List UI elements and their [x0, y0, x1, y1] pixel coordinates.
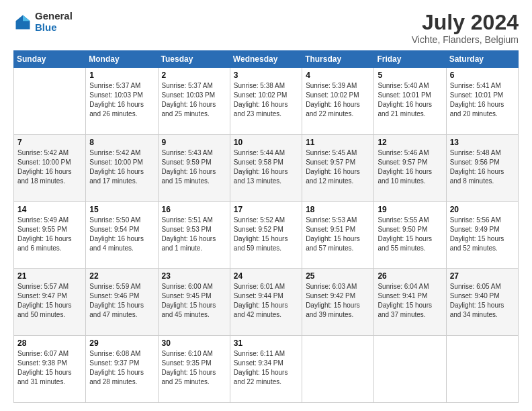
day-number: 30 — [162, 338, 226, 348]
day-info: Sunrise: 5:56 AMSunset: 9:49 PMDaylight:… — [450, 216, 515, 253]
page: General Blue July 2024 Vichte, Flanders,… — [0, 0, 532, 411]
day-info: Sunrise: 5:55 AMSunset: 9:50 PMDaylight:… — [378, 216, 442, 253]
calendar-cell: 12Sunrise: 5:46 AMSunset: 9:57 PMDayligh… — [374, 134, 446, 201]
day-number: 12 — [378, 138, 442, 147]
day-info: Sunrise: 5:46 AMSunset: 9:57 PMDaylight:… — [378, 148, 442, 186]
calendar-cell — [302, 336, 374, 403]
day-number: 14 — [17, 205, 82, 214]
header: General Blue July 2024 Vichte, Flanders,… — [13, 11, 519, 45]
day-number: 5 — [378, 71, 442, 80]
day-number: 19 — [378, 205, 442, 214]
day-number: 23 — [162, 271, 226, 281]
calendar-cell: 2Sunrise: 5:37 AMSunset: 10:03 PMDayligh… — [158, 68, 230, 135]
calendar-cell: 19Sunrise: 5:55 AMSunset: 9:50 PMDayligh… — [374, 201, 446, 269]
calendar-cell: 30Sunrise: 6:10 AMSunset: 9:35 PMDayligh… — [158, 336, 230, 403]
calendar-cell: 21Sunrise: 5:57 AMSunset: 9:47 PMDayligh… — [14, 269, 86, 336]
day-header: Thursday — [302, 51, 374, 68]
day-info: Sunrise: 5:39 AMSunset: 10:02 PMDaylight… — [306, 81, 370, 119]
day-header: Wednesday — [230, 51, 302, 68]
calendar-cell: 20Sunrise: 5:56 AMSunset: 9:49 PMDayligh… — [446, 201, 518, 269]
day-info: Sunrise: 6:11 AMSunset: 9:34 PMDaylight:… — [234, 349, 298, 387]
header-row: SundayMondayTuesdayWednesdayThursdayFrid… — [14, 51, 519, 68]
day-number: 7 — [17, 138, 82, 147]
logo-icon — [13, 13, 32, 32]
day-info: Sunrise: 5:53 AMSunset: 9:51 PMDaylight:… — [306, 216, 370, 253]
day-number: 16 — [162, 205, 226, 214]
logo-general: General — [35, 11, 73, 22]
day-number: 20 — [450, 205, 515, 214]
calendar-cell: 28Sunrise: 6:07 AMSunset: 9:38 PMDayligh… — [14, 336, 86, 403]
day-number: 29 — [89, 338, 154, 348]
calendar-table: SundayMondayTuesdayWednesdayThursdayFrid… — [13, 50, 519, 403]
calendar-cell: 25Sunrise: 6:03 AMSunset: 9:42 PMDayligh… — [302, 269, 374, 336]
day-info: Sunrise: 5:38 AMSunset: 10:02 PMDaylight… — [234, 81, 298, 119]
calendar-cell: 26Sunrise: 6:04 AMSunset: 9:41 PMDayligh… — [374, 269, 446, 336]
day-number: 25 — [306, 271, 370, 281]
calendar-week: 14Sunrise: 5:49 AMSunset: 9:55 PMDayligh… — [14, 201, 519, 269]
day-number: 27 — [450, 271, 515, 281]
day-info: Sunrise: 5:51 AMSunset: 9:53 PMDaylight:… — [162, 216, 226, 253]
day-info: Sunrise: 6:03 AMSunset: 9:42 PMDaylight:… — [306, 282, 370, 320]
calendar-cell: 16Sunrise: 5:51 AMSunset: 9:53 PMDayligh… — [158, 201, 230, 269]
calendar-week: 28Sunrise: 6:07 AMSunset: 9:38 PMDayligh… — [14, 336, 519, 403]
calendar-cell: 10Sunrise: 5:44 AMSunset: 9:58 PMDayligh… — [230, 134, 302, 201]
day-number: 1 — [89, 71, 154, 80]
calendar-cell — [14, 68, 86, 135]
location: Vichte, Flanders, Belgium — [412, 34, 519, 45]
calendar-cell: 15Sunrise: 5:50 AMSunset: 9:54 PMDayligh… — [86, 201, 158, 269]
day-info: Sunrise: 5:42 AMSunset: 10:00 PMDaylight… — [17, 148, 82, 186]
calendar-cell: 13Sunrise: 5:48 AMSunset: 9:56 PMDayligh… — [446, 134, 518, 201]
day-number: 9 — [162, 138, 226, 147]
day-number: 15 — [89, 205, 154, 214]
day-number: 28 — [17, 338, 82, 348]
day-header: Saturday — [446, 51, 518, 68]
day-info: Sunrise: 5:37 AMSunset: 10:03 PMDaylight… — [162, 81, 226, 119]
calendar-cell: 9Sunrise: 5:43 AMSunset: 9:59 PMDaylight… — [158, 134, 230, 201]
day-info: Sunrise: 6:01 AMSunset: 9:44 PMDaylight:… — [234, 282, 298, 320]
day-number: 10 — [234, 138, 298, 147]
day-info: Sunrise: 5:45 AMSunset: 9:57 PMDaylight:… — [306, 148, 370, 186]
day-header: Monday — [86, 51, 158, 68]
day-info: Sunrise: 5:50 AMSunset: 9:54 PMDaylight:… — [89, 216, 154, 253]
calendar-cell: 22Sunrise: 5:59 AMSunset: 9:46 PMDayligh… — [86, 269, 158, 336]
day-header: Tuesday — [158, 51, 230, 68]
day-number: 4 — [306, 71, 370, 80]
day-info: Sunrise: 5:42 AMSunset: 10:00 PMDaylight… — [89, 148, 154, 186]
day-info: Sunrise: 5:59 AMSunset: 9:46 PMDaylight:… — [89, 282, 154, 320]
calendar-cell: 5Sunrise: 5:40 AMSunset: 10:01 PMDayligh… — [374, 68, 446, 135]
day-number: 17 — [234, 205, 298, 214]
logo-text: General Blue — [35, 11, 73, 33]
logo: General Blue — [13, 11, 73, 33]
day-number: 11 — [306, 138, 370, 147]
day-info: Sunrise: 6:04 AMSunset: 9:41 PMDaylight:… — [378, 282, 442, 320]
day-number: 8 — [89, 138, 154, 147]
calendar-cell: 29Sunrise: 6:08 AMSunset: 9:37 PMDayligh… — [86, 336, 158, 403]
calendar-cell: 11Sunrise: 5:45 AMSunset: 9:57 PMDayligh… — [302, 134, 374, 201]
day-header: Friday — [374, 51, 446, 68]
day-number: 31 — [234, 338, 298, 348]
logo-blue: Blue — [35, 22, 73, 34]
calendar-cell: 8Sunrise: 5:42 AMSunset: 10:00 PMDayligh… — [86, 134, 158, 201]
day-info: Sunrise: 5:40 AMSunset: 10:01 PMDaylight… — [378, 81, 442, 119]
calendar-cell: 31Sunrise: 6:11 AMSunset: 9:34 PMDayligh… — [230, 336, 302, 403]
day-number: 26 — [378, 271, 442, 281]
calendar-cell: 6Sunrise: 5:41 AMSunset: 10:01 PMDayligh… — [446, 68, 518, 135]
day-info: Sunrise: 5:41 AMSunset: 10:01 PMDaylight… — [450, 81, 515, 119]
calendar-cell: 7Sunrise: 5:42 AMSunset: 10:00 PMDayligh… — [14, 134, 86, 201]
calendar-cell: 1Sunrise: 5:37 AMSunset: 10:03 PMDayligh… — [86, 68, 158, 135]
day-number: 3 — [234, 71, 298, 80]
day-info: Sunrise: 5:49 AMSunset: 9:55 PMDaylight:… — [17, 216, 82, 253]
calendar-cell: 18Sunrise: 5:53 AMSunset: 9:51 PMDayligh… — [302, 201, 374, 269]
svg-marker-1 — [23, 15, 30, 21]
day-number: 13 — [450, 138, 515, 147]
day-info: Sunrise: 5:57 AMSunset: 9:47 PMDaylight:… — [17, 282, 82, 320]
day-info: Sunrise: 6:00 AMSunset: 9:45 PMDaylight:… — [162, 282, 226, 320]
calendar-cell — [446, 336, 518, 403]
day-info: Sunrise: 5:37 AMSunset: 10:03 PMDaylight… — [89, 81, 154, 119]
calendar-cell: 17Sunrise: 5:52 AMSunset: 9:52 PMDayligh… — [230, 201, 302, 269]
calendar-cell: 24Sunrise: 6:01 AMSunset: 9:44 PMDayligh… — [230, 269, 302, 336]
calendar-week: 7Sunrise: 5:42 AMSunset: 10:00 PMDayligh… — [14, 134, 519, 201]
day-number: 18 — [306, 205, 370, 214]
day-info: Sunrise: 5:44 AMSunset: 9:58 PMDaylight:… — [234, 148, 298, 186]
month-title: July 2024 — [412, 11, 519, 34]
